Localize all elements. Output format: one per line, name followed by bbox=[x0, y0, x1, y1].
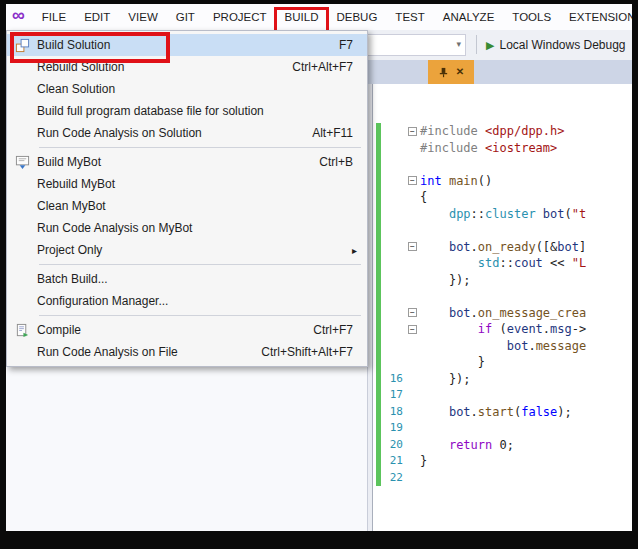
line-number: 20 bbox=[383, 437, 405, 454]
menu-item-compile[interactable]: CompileCtrl+F7 bbox=[7, 319, 367, 341]
code-line-4: −int main() bbox=[373, 173, 632, 190]
code-text: return 0; bbox=[420, 437, 514, 454]
menu-item-shortcut: Ctrl+F7 bbox=[313, 323, 367, 337]
code-lines: −#include <dpp/dpp.h>#include <iostream>… bbox=[373, 123, 632, 486]
menu-label: TOOLS bbox=[512, 11, 551, 23]
code-line-21: 21} bbox=[373, 453, 632, 470]
menu-item-rebuild-mybot[interactable]: Rebuild MyBot bbox=[7, 173, 367, 195]
menu-item-run-code-analysis-on-mybot[interactable]: Run Code Analysis on MyBot bbox=[7, 217, 367, 239]
menu-item-label: Build Solution bbox=[37, 38, 339, 52]
menu-file[interactable]: FILE bbox=[33, 4, 75, 30]
code-line-20: 20 return 0; bbox=[373, 437, 632, 454]
active-document-tab[interactable]: ✕ bbox=[428, 60, 474, 84]
menu-item-batch-build[interactable]: Batch Build... bbox=[7, 268, 367, 290]
code-line-9: std::cout << "L bbox=[373, 255, 632, 272]
code-text: }); bbox=[420, 272, 471, 289]
menu-label: ANALYZE bbox=[443, 11, 495, 23]
menu-separator bbox=[39, 147, 361, 148]
menu-item-label: Run Code Analysis on File bbox=[37, 345, 261, 359]
code-line-8: − bot.on_ready([&bot] bbox=[373, 239, 632, 256]
fold-margin bbox=[405, 453, 420, 470]
line-number: 21 bbox=[383, 453, 405, 470]
menu-item-label: Configuration Manager... bbox=[37, 294, 367, 308]
menu-tools[interactable]: TOOLS bbox=[503, 4, 560, 30]
line-number bbox=[383, 239, 405, 256]
menu-edit[interactable]: EDIT bbox=[75, 4, 119, 30]
line-number bbox=[383, 305, 405, 322]
menu-item-shortcut: Ctrl+Shift+Alt+F7 bbox=[261, 345, 367, 359]
menu-item-label: Compile bbox=[37, 323, 313, 337]
menu-project[interactable]: PROJECT bbox=[204, 4, 276, 30]
menu-item-label: Run Code Analysis on Solution bbox=[37, 126, 312, 140]
code-line-18: 18 bot.start(false); bbox=[373, 404, 632, 421]
line-number bbox=[383, 255, 405, 272]
fold-margin bbox=[405, 387, 420, 404]
menu-item-build-mybot[interactable]: Build MyBotCtrl+B bbox=[7, 151, 367, 173]
menu-build[interactable]: BUILD bbox=[276, 4, 328, 30]
code-line-13: − if (event.msg-> bbox=[373, 321, 632, 338]
menu-item-rebuild-solution[interactable]: Rebuild SolutionCtrl+Alt+F7 bbox=[7, 56, 367, 78]
line-number bbox=[383, 206, 405, 223]
play-icon: ▶ bbox=[486, 39, 494, 52]
menu-item-configuration-manager[interactable]: Configuration Manager... bbox=[7, 290, 367, 312]
fold-margin bbox=[405, 206, 420, 223]
visual-studio-window: ▾ ▶ Local Windows Debugg ✕ −#include <dp… bbox=[6, 4, 632, 531]
menu-label: EDIT bbox=[84, 11, 110, 23]
menu-item-run-code-analysis-on-solution[interactable]: Run Code Analysis on SolutionAlt+F11 bbox=[7, 122, 367, 144]
code-text: } bbox=[420, 354, 485, 371]
code-line-5: { bbox=[373, 189, 632, 206]
line-number bbox=[383, 272, 405, 289]
menu-test[interactable]: TEST bbox=[386, 4, 433, 30]
line-number: 18 bbox=[383, 404, 405, 421]
menu-separator bbox=[39, 315, 361, 316]
fold-margin bbox=[405, 156, 420, 173]
menu-item-clean-solution[interactable]: Clean Solution bbox=[7, 78, 367, 100]
code-text: }); bbox=[420, 371, 471, 388]
code-text: bot.message bbox=[420, 338, 586, 355]
code-line-2: #include <iostream> bbox=[373, 140, 632, 157]
line-number bbox=[383, 288, 405, 305]
menu-label: FILE bbox=[42, 11, 66, 23]
line-number bbox=[383, 173, 405, 190]
menu-item-clean-mybot[interactable]: Clean MyBot bbox=[7, 195, 367, 217]
menu-label: BUILD bbox=[285, 11, 319, 23]
close-icon[interactable]: ✕ bbox=[456, 67, 464, 77]
code-text: bot.start(false); bbox=[420, 404, 572, 421]
menu-item-project-only[interactable]: Project Only▸ bbox=[7, 239, 367, 261]
start-debugging-button[interactable]: ▶ Local Windows Debugg bbox=[486, 34, 626, 56]
line-number bbox=[383, 123, 405, 140]
menu-debug[interactable]: DEBUG bbox=[327, 4, 386, 30]
line-number: 17 bbox=[383, 387, 405, 404]
menu-item-label: Clean MyBot bbox=[37, 199, 367, 213]
code-text: bot.on_ready([&bot] bbox=[420, 239, 586, 256]
menu-item-build-full-program-database-file-for-solution[interactable]: Build full program database file for sol… bbox=[7, 100, 367, 122]
pin-icon[interactable] bbox=[438, 67, 449, 78]
menu-bar: ∞ FILEEDITVIEWGITPROJECTBUILDDEBUGTESTAN… bbox=[6, 4, 632, 30]
code-text: if (event.msg-> bbox=[420, 321, 586, 338]
build-icon bbox=[7, 155, 37, 170]
menu-analyze[interactable]: ANALYZE bbox=[434, 4, 504, 30]
code-line-3 bbox=[373, 156, 632, 173]
fold-margin bbox=[405, 222, 420, 239]
menu-view[interactable]: VIEW bbox=[119, 4, 166, 30]
menu-item-label: Project Only bbox=[37, 243, 352, 257]
build-menu: Build SolutionF7Rebuild SolutionCtrl+Alt… bbox=[6, 30, 368, 367]
menu-item-build-solution[interactable]: Build SolutionF7 bbox=[7, 34, 367, 56]
menu-item-run-code-analysis-on-file[interactable]: Run Code Analysis on FileCtrl+Shift+Alt+… bbox=[7, 341, 367, 363]
menu-item-label: Clean Solution bbox=[37, 82, 367, 96]
solution-platforms-combo[interactable]: ▾ bbox=[358, 34, 466, 56]
code-text: std::cout << "L bbox=[420, 255, 586, 272]
code-line-1: −#include <dpp/dpp.h> bbox=[373, 123, 632, 140]
fold-margin bbox=[405, 470, 420, 487]
toolbar-separator bbox=[476, 35, 477, 54]
fold-collapse-icon: − bbox=[405, 239, 420, 256]
fold-margin bbox=[405, 189, 420, 206]
menu-git[interactable]: GIT bbox=[167, 4, 204, 30]
menu-extensions[interactable]: EXTENSIONS bbox=[560, 4, 632, 30]
code-text: #include <iostream> bbox=[420, 140, 557, 157]
line-number bbox=[383, 156, 405, 173]
code-line-22: 22 bbox=[373, 470, 632, 487]
code-editor[interactable]: −#include <dpp/dpp.h>#include <iostream>… bbox=[372, 84, 632, 531]
line-number bbox=[383, 140, 405, 157]
chevron-down-icon: ▾ bbox=[456, 39, 461, 49]
